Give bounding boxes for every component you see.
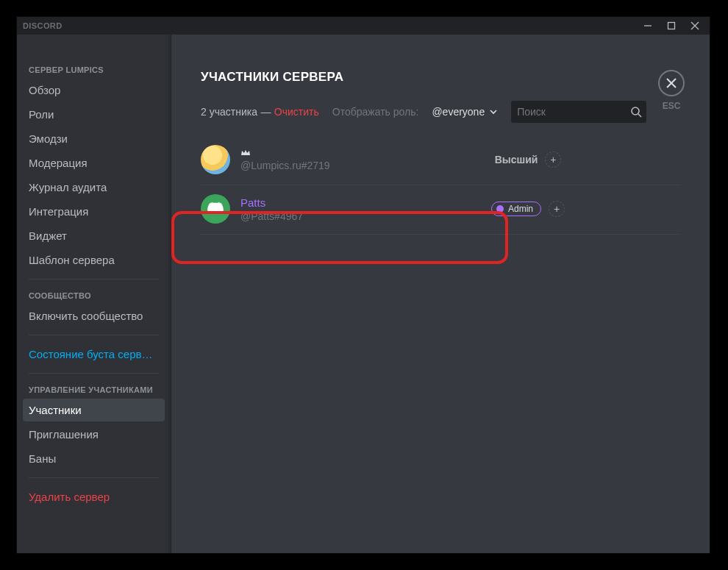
member-roles: Admin + — [376, 201, 680, 217]
close-window-button[interactable] — [685, 18, 705, 33]
sidebar-item-enable-community[interactable]: Включить сообщество — [23, 304, 165, 327]
titlebar: DISCORD — [17, 17, 710, 35]
sidebar-divider — [29, 477, 159, 478]
role-filter-label: Отображать роль: — [332, 106, 419, 118]
sidebar-item-integrations[interactable]: Интеграция — [23, 200, 165, 223]
member-name — [240, 148, 365, 158]
clear-filter-link[interactable]: Очистить — [274, 106, 319, 118]
sidebar-divider — [29, 335, 159, 335]
dash: — — [260, 106, 271, 118]
app-title: DISCORD — [23, 21, 63, 30]
discord-icon — [207, 200, 224, 218]
sidebar-item-widget[interactable]: Виджет — [23, 224, 165, 247]
maximize-icon — [667, 21, 676, 30]
member-tag: @Patts#4967 — [240, 210, 365, 222]
role-pill[interactable]: Admin — [491, 202, 541, 216]
sidebar-divider — [29, 279, 159, 279]
member-info: Patts @Patts#4967 — [240, 196, 365, 222]
member-row[interactable]: Patts @Patts#4967 Admin + — [201, 185, 680, 235]
close-icon — [665, 77, 677, 89]
member-info: @Lumpics.ru#2719 — [240, 148, 365, 171]
close-settings-button[interactable]: ESC — [658, 70, 685, 111]
minimize-button[interactable] — [638, 18, 658, 33]
maximize-button[interactable] — [661, 18, 682, 33]
settings-content: ESC УЧАСТНИКИ СЕРВЕРА 2 участника — Очис… — [171, 35, 710, 553]
member-roles: Высший + — [376, 152, 680, 168]
svg-point-2 — [632, 107, 639, 115]
member-name: Patts — [240, 196, 365, 209]
sidebar-item-audit-log[interactable]: Журнал аудита — [23, 176, 165, 199]
settings-sidebar: СЕРВЕР LUMPICS Обзор Роли Эмодзи Модерац… — [17, 35, 171, 553]
svg-line-3 — [638, 114, 641, 117]
sidebar-section-server: СЕРВЕР LUMPICS — [23, 61, 165, 79]
app-body: СЕРВЕР LUMPICS Обзор Роли Эмодзи Модерац… — [17, 35, 710, 553]
role-filter-value: @everyone — [432, 106, 485, 118]
member-count: 2 участника — [201, 106, 257, 118]
crown-icon — [240, 148, 251, 158]
esc-label: ESC — [663, 101, 681, 111]
role-filter-select[interactable]: @everyone — [432, 106, 498, 118]
highest-role-label: Высший — [495, 154, 538, 165]
minimize-icon — [643, 21, 652, 30]
app-window: DISCORD СЕРВЕР LUMPICS Обзор Роли Эмодзи… — [16, 16, 710, 554]
sidebar-item-bans[interactable]: Баны — [23, 447, 165, 470]
role-color-dot — [496, 205, 504, 213]
sidebar-item-roles[interactable]: Роли — [23, 103, 165, 126]
sidebar-item-boost-status[interactable]: Состояние буста серв… — [23, 343, 165, 366]
sidebar-item-template[interactable]: Шаблон сервера — [23, 249, 165, 271]
sidebar-item-moderation[interactable]: Модерация — [23, 152, 165, 174]
member-tag: @Lumpics.ru#2719 — [240, 160, 365, 171]
page-title: УЧАСТНИКИ СЕРВЕРА — [201, 70, 680, 85]
member-count-group: 2 участника — Очистить — [201, 105, 319, 118]
close-icon — [690, 21, 699, 30]
search-wrap — [511, 101, 646, 123]
avatar — [201, 145, 230, 174]
search-icon — [630, 106, 642, 118]
sidebar-section-community: СООБЩЕСТВО — [23, 287, 165, 304]
sidebar-section-user-management: УПРАВЛЕНИЕ УЧАСТНИКАМИ — [23, 381, 165, 399]
member-row[interactable]: @Lumpics.ru#2719 Высший + — [201, 136, 680, 185]
search-input[interactable] — [511, 101, 646, 123]
role-name: Admin — [508, 204, 533, 214]
sidebar-item-members[interactable]: Участники — [23, 399, 165, 421]
sidebar-item-invites[interactable]: Приглашения — [23, 423, 165, 446]
window-controls — [638, 18, 705, 33]
members-list: @Lumpics.ru#2719 Высший + Patts @Patts#4… — [201, 136, 680, 235]
sidebar-item-delete-server[interactable]: Удалить сервер — [23, 485, 165, 508]
chevron-down-icon — [489, 107, 498, 116]
sidebar-divider — [29, 373, 159, 374]
add-role-button[interactable]: + — [545, 152, 561, 168]
sidebar-item-emoji[interactable]: Эмодзи — [23, 127, 165, 150]
filter-row: 2 участника — Очистить Отображать роль: … — [201, 101, 680, 123]
add-role-button[interactable]: + — [549, 201, 565, 217]
sidebar-item-overview[interactable]: Обзор — [23, 79, 165, 101]
avatar — [201, 194, 230, 224]
svg-rect-1 — [668, 23, 675, 29]
